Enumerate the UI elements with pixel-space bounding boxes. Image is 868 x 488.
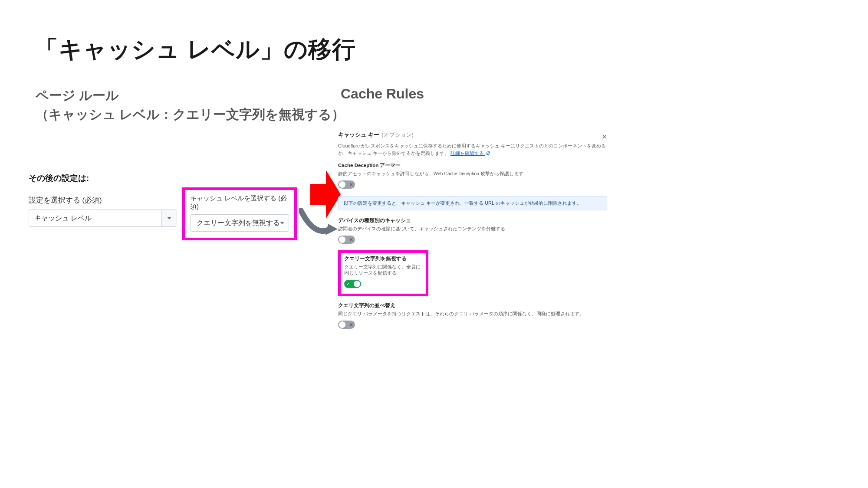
sort-query-desc: 同じクエリ パラメータを持つリクエストは、それらのクエリ パラメータの順序に関係… xyxy=(338,311,607,317)
cache-level-value-select[interactable]: クエリー文字列を無視する xyxy=(190,214,289,232)
learn-more-link[interactable]: 詳細を確認する xyxy=(450,151,490,156)
highlight-ignore-query-string: クエリー文字列を無視する クエリー文字列に関係なく、全員に同じリソースを配信する… xyxy=(338,250,428,296)
cache-deception-title: Cache Deception アーマー xyxy=(338,162,607,169)
ignore-query-desc: クエリー文字列に関係なく、全員に同じリソースを配信する xyxy=(344,264,422,276)
chevron-down-icon xyxy=(280,222,284,224)
x-icon: ✕ xyxy=(349,323,353,327)
sort-query-toggle[interactable]: ✕ xyxy=(338,321,355,329)
cache-key-heading: キャッシュ キー (オプション) xyxy=(338,131,607,139)
cache-level-select-caret[interactable] xyxy=(161,210,177,226)
chevron-down-icon xyxy=(167,217,171,219)
check-icon: ✓ xyxy=(346,282,350,286)
cache-key-warning-banner: 以下の設定を変更すると、キャッシュ キーが変更され、一致する URL のキャッシ… xyxy=(338,196,607,210)
cache-rules-panel: ✕ キャッシュ キー (オプション) Cloudflare がレスポンスをキャッ… xyxy=(338,131,607,330)
sort-query-title: クエリ文字列の並べ替え xyxy=(338,302,607,309)
highlight-cache-level-value: キャッシュ レベルを選択する (必須) クエリー文字列を無視する xyxy=(182,187,297,240)
external-link-icon xyxy=(486,151,490,155)
x-icon: ✕ xyxy=(349,238,353,242)
cache-level-value-text: クエリー文字列を無視する xyxy=(197,219,280,228)
cache-level-select[interactable]: キャッシュ レベル xyxy=(29,210,177,227)
cache-level-value-label: キャッシュ レベルを選択する (必須) xyxy=(190,194,289,211)
cache-level-select-value: キャッシュ レベル xyxy=(29,210,161,226)
cache-deception-toggle[interactable]: ✕ xyxy=(338,180,355,189)
page-rules-subtitle: ページ ルール （キャッシュ レベル：クエリー文字列を無視する） xyxy=(36,86,345,124)
close-icon[interactable]: ✕ xyxy=(602,133,607,141)
ignore-query-toggle[interactable]: ✓ xyxy=(344,280,361,288)
cache-rules-subtitle: Cache Rules xyxy=(341,86,424,102)
learn-more-text: 詳細を確認する xyxy=(450,151,484,156)
optional-label: (オプション) xyxy=(381,131,414,138)
curved-arrow-icon xyxy=(299,208,338,241)
slide-title: 「キャッシュ レベル」の移行 xyxy=(35,34,356,66)
cache-key-description: Cloudflare がレスポンスをキャッシュに保存するために使用するキャッシュ… xyxy=(338,142,607,157)
x-icon: ✕ xyxy=(349,183,353,187)
device-cache-desc: 訪問者のデバイスの種類に基づいて、キャッシュされたコンテンツを分離する xyxy=(338,226,607,232)
cache-key-title-text: キャッシュ キー xyxy=(338,131,379,138)
device-cache-toggle[interactable]: ✕ xyxy=(338,236,355,244)
after-settings-label: その後の設定は: xyxy=(29,173,298,183)
subtitle-line-2: （キャッシュ レベル：クエリー文字列を無視する） xyxy=(36,107,345,121)
subtitle-line-1: ページ ルール xyxy=(36,88,119,102)
cache-deception-desc: 静的アセットのキャッシュを許可しながら、Web Cache Deception … xyxy=(338,171,607,177)
device-cache-title: デバイスの種類別のキャッシュ xyxy=(338,217,607,224)
ignore-query-title: クエリー文字列を無視する xyxy=(344,255,422,262)
svg-marker-1 xyxy=(326,224,338,235)
